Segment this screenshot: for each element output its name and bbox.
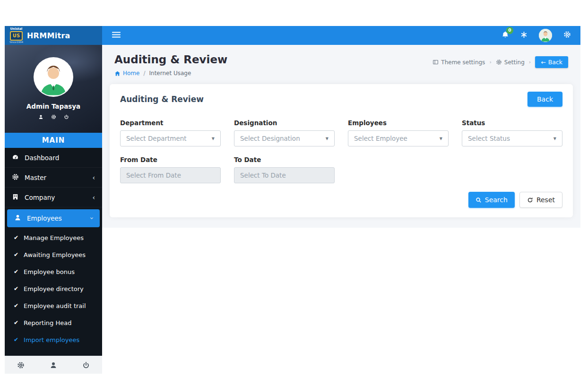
- submenu-item-employee-bonus[interactable]: ✔ Employee bonus: [5, 263, 102, 280]
- from-date-input[interactable]: [120, 167, 221, 183]
- chevron-left-icon: ‹: [92, 194, 95, 201]
- submenu-item-employee-audit-trail[interactable]: ✔ Employee audit trail: [5, 297, 102, 314]
- filter-form: Department Select Department ▼ Designati…: [120, 119, 562, 146]
- footer-user-icon[interactable]: [50, 361, 57, 369]
- department-select[interactable]: Select Department ▼: [120, 130, 221, 146]
- field-department: Department Select Department ▼: [120, 119, 221, 146]
- search-button-label: Search: [485, 196, 508, 204]
- profile-settings-icon[interactable]: [51, 114, 56, 120]
- page-header: Auditing & Review Home / Internet Usage …: [110, 51, 573, 77]
- date-filter-row: From Date To Date: [120, 156, 562, 183]
- designation-select[interactable]: Select Designation ▼: [234, 130, 335, 146]
- submenu-item-awaiting-employees[interactable]: ✔ Awaiting Employees: [5, 246, 102, 263]
- breadcrumb-home-label: Home: [123, 70, 139, 77]
- field-to-date: To Date: [234, 156, 335, 183]
- reset-button[interactable]: Reset: [519, 192, 562, 208]
- notifications-button[interactable]: 0: [502, 31, 509, 41]
- field-status: Status Select Status ▼: [462, 119, 562, 146]
- sidebar-item-label: Company: [25, 194, 55, 201]
- submenu-item-import-employees[interactable]: ✔ Import employees: [5, 331, 102, 348]
- theme-settings-link[interactable]: Theme settings: [432, 59, 485, 66]
- submenu-item-manage-employees[interactable]: ✔ Manage Employees: [5, 229, 102, 246]
- field-employees: Employees Select Employee ▼: [348, 119, 449, 146]
- check-icon: ✔: [14, 269, 18, 274]
- asterisk-icon: [520, 31, 527, 40]
- dashboard-icon: [12, 154, 19, 162]
- topbar-settings-button[interactable]: [563, 31, 571, 40]
- breadcrumb-current: Internet Usage: [149, 70, 191, 77]
- sidebar-footer: [5, 356, 102, 374]
- sidebar-toggle-button[interactable]: [112, 31, 121, 40]
- caret-down-icon: ▼: [326, 137, 329, 141]
- sidebar-item-label: Master: [25, 174, 46, 181]
- submenu-item-label: Employee directory: [24, 285, 84, 292]
- reset-button-label: Reset: [536, 196, 555, 204]
- gear-icon: [496, 59, 502, 65]
- breadcrumb-home-link[interactable]: Home: [114, 70, 139, 77]
- submenu-item-employee-directory[interactable]: ✔ Employee directory: [5, 280, 102, 297]
- submenu-item-reporting-head[interactable]: ✔ Reporting Head: [5, 314, 102, 331]
- submenu-item-label: Employee bonus: [24, 268, 75, 275]
- profile-power-icon[interactable]: [64, 114, 69, 120]
- sidebar-item-dashboard[interactable]: Dashboard: [5, 148, 102, 168]
- status-select[interactable]: Select Status ▼: [462, 130, 562, 146]
- submenu-item-label: Reporting Head: [24, 319, 71, 326]
- field-from-date: From Date: [120, 156, 221, 183]
- logo-bottom-text: Since1994: [9, 41, 23, 44]
- caret-down-icon: ▼: [212, 137, 215, 141]
- card-header: Auditing & Review Back: [120, 92, 562, 107]
- footer-power-icon[interactable]: [82, 361, 90, 369]
- header-meta: Theme settings › Setting › ← Back: [432, 56, 568, 68]
- sidebar-item-employees[interactable]: Employees ‹: [7, 209, 100, 227]
- profile-user-icon[interactable]: [38, 114, 43, 120]
- user-avatar[interactable]: [539, 29, 552, 42]
- to-date-input[interactable]: [234, 167, 335, 183]
- sidebar-item-master[interactable]: Master ‹: [5, 168, 102, 188]
- sidebar: Admin Tapasya MAIN Dashboard: [5, 45, 102, 374]
- arrow-left-icon: ←: [541, 59, 545, 66]
- theme-switcher-button[interactable]: [520, 31, 527, 40]
- caret-down-icon: ▼: [440, 137, 442, 141]
- meta-separator: ›: [529, 59, 531, 65]
- meta-separator: ›: [489, 59, 491, 65]
- caret-down-icon: ▼: [553, 137, 556, 141]
- refresh-icon: [527, 197, 533, 203]
- user-icon: [14, 214, 21, 223]
- hamburger-icon: [112, 31, 121, 40]
- auditing-review-card: Auditing & Review Back Department Select…: [110, 84, 573, 217]
- back-button-card[interactable]: Back: [527, 92, 562, 107]
- profile-panel: Admin Tapasya: [5, 45, 102, 133]
- app-window: Unistal US Since1994 HRMMitra 0: [5, 26, 580, 374]
- sidebar-item-company[interactable]: Company ‹: [5, 188, 102, 207]
- to-date-label: To Date: [234, 156, 335, 163]
- gear-icon: [12, 173, 19, 182]
- notification-badge: 0: [506, 27, 513, 34]
- select-placeholder: Select Employee: [354, 135, 407, 142]
- chevron-down-icon: ‹: [88, 217, 95, 220]
- breadcrumb: Home / Internet Usage: [114, 70, 227, 77]
- sidebar-menu: Dashboard Master ‹ Company ‹ Em: [5, 148, 102, 348]
- home-icon: [114, 70, 121, 77]
- logo-mark: US: [10, 31, 23, 41]
- employee-select[interactable]: Select Employee ▼: [348, 130, 449, 146]
- submenu-item-label: Employee audit trail: [24, 302, 86, 309]
- topbar-actions: 0: [502, 29, 580, 42]
- profile-name: Admin Tapasya: [26, 103, 80, 110]
- search-button[interactable]: Search: [468, 192, 515, 208]
- sidebar-item-label: Dashboard: [25, 154, 59, 162]
- select-placeholder: Select Designation: [240, 135, 300, 142]
- check-icon: ✔: [14, 252, 18, 257]
- footer-settings-icon[interactable]: [17, 361, 25, 369]
- card-actions: Search Reset: [120, 192, 562, 208]
- from-date-label: From Date: [120, 156, 221, 163]
- main-section-label: MAIN: [5, 133, 102, 148]
- topbar: Unistal US Since1994 HRMMitra 0: [5, 26, 580, 45]
- submenu-item-label: Awaiting Employees: [24, 251, 86, 258]
- check-icon: ✔: [14, 337, 18, 343]
- setting-link[interactable]: Setting: [496, 59, 525, 66]
- back-button-top[interactable]: ← Back: [535, 56, 568, 68]
- search-icon: [476, 197, 482, 203]
- submenu-item-label: Import employees: [24, 336, 79, 343]
- field-designation: Designation Select Designation ▼: [234, 119, 335, 146]
- select-placeholder: Select Status: [468, 135, 510, 142]
